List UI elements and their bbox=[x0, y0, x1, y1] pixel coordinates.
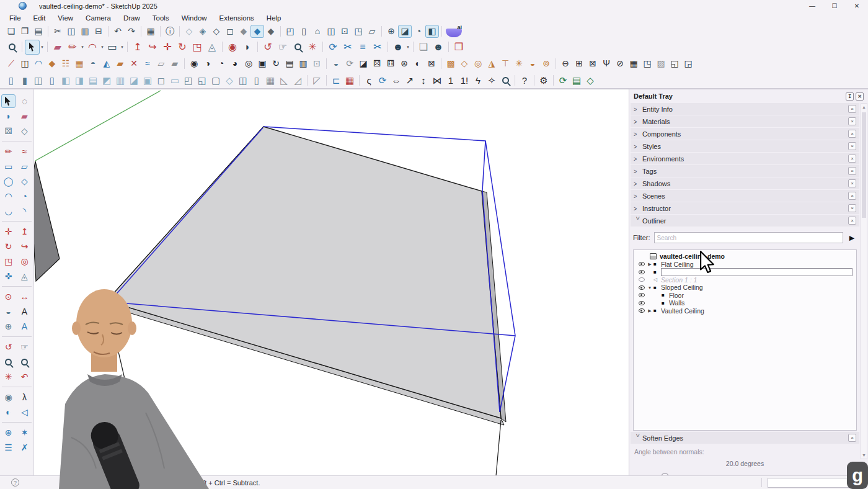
tray-section-outliner[interactable]: >Outliner× bbox=[631, 215, 859, 227]
extension-checker-corner[interactable]: ◪ bbox=[356, 57, 370, 70]
tool-lasso[interactable]: ς bbox=[362, 74, 376, 87]
section-close-icon[interactable]: × bbox=[848, 434, 856, 442]
extension-sail[interactable]: ◮ bbox=[485, 57, 498, 70]
section-cuts[interactable]: ◪ bbox=[398, 25, 412, 38]
account[interactable]: ☻ bbox=[391, 40, 405, 55]
tool-blue-bracket[interactable]: ⊏ bbox=[329, 74, 343, 87]
section-close-icon[interactable]: × bbox=[848, 130, 856, 138]
zoom-tool[interactable] bbox=[290, 40, 305, 55]
tool-arrows-horizontal[interactable]: ⇔ bbox=[389, 74, 403, 87]
tool-sync[interactable]: ⟳ bbox=[376, 74, 389, 87]
freehand-tool[interactable]: ≈ bbox=[17, 145, 32, 158]
zoom-window-tool[interactable] bbox=[17, 355, 32, 369]
solid-outer-shell[interactable]: ✂ bbox=[340, 40, 355, 55]
solid-trim[interactable]: ✂ bbox=[370, 40, 385, 55]
menu-help[interactable]: Help bbox=[260, 12, 288, 24]
paste[interactable]: ▥ bbox=[78, 25, 92, 38]
lasso-tool[interactable]: ◌ bbox=[17, 94, 32, 108]
extension-checker-ball[interactable]: ⊛ bbox=[397, 57, 411, 70]
move-tool[interactable]: ✛ bbox=[1, 225, 16, 238]
3d-text-tool[interactable]: A bbox=[17, 320, 32, 333]
style-shaded[interactable]: ◆ bbox=[237, 25, 250, 38]
extension-leaf[interactable]: ⊘ bbox=[613, 57, 627, 70]
tray-section-tags[interactable]: >Tags× bbox=[631, 165, 859, 177]
zoom-extents-tool[interactable]: ✳ bbox=[1, 370, 16, 384]
rectangle-tool[interactable]: ▭ bbox=[105, 40, 120, 55]
component-door-5[interactable]: ◧ bbox=[59, 74, 73, 87]
component-window-6[interactable]: ◻ bbox=[154, 74, 168, 87]
polygon-tool[interactable]: ◇ bbox=[17, 174, 32, 188]
scroll-down-icon[interactable]: ▼ bbox=[861, 452, 867, 459]
chevron-down-icon[interactable]: ▾ bbox=[120, 45, 125, 50]
tool-arrow-diagonal[interactable]: ↗ bbox=[403, 74, 417, 87]
extension-tool-3[interactable]: ☰ bbox=[1, 441, 16, 454]
notes-green[interactable]: ▤ bbox=[570, 74, 583, 87]
two-point-arc-tool[interactable]: ◡ bbox=[1, 204, 16, 218]
tray-pin-icon[interactable]: ↧ bbox=[846, 92, 854, 101]
section-close-icon[interactable]: × bbox=[848, 167, 856, 175]
section-close-icon[interactable]: × bbox=[848, 192, 856, 200]
tray-section-entity-info[interactable]: >Entity Info× bbox=[631, 103, 859, 115]
view-top[interactable]: ▯ bbox=[297, 25, 311, 38]
component-window-4[interactable]: ◪ bbox=[127, 74, 141, 87]
extension-flag-b[interactable]: ▰ bbox=[168, 57, 182, 70]
undo[interactable]: ↶ bbox=[111, 25, 125, 38]
extension-palette[interactable]: ◑ bbox=[201, 57, 215, 70]
menu-file[interactable]: File bbox=[3, 12, 27, 24]
extension-cube-hand[interactable]: ⊠ bbox=[425, 57, 438, 70]
minimize-button[interactable]: — bbox=[801, 0, 823, 12]
tree-row[interactable]: ▼■Sloped Ceiling bbox=[635, 284, 855, 292]
collapse-arrow-icon[interactable]: ▼ bbox=[646, 285, 653, 290]
section-close-icon[interactable]: × bbox=[848, 105, 856, 113]
extension-sun[interactable]: ✳ bbox=[512, 57, 526, 70]
tree-row[interactable]: ▶■Vaulted Ceiling bbox=[635, 307, 855, 315]
extension-half-ball[interactable]: ◐ bbox=[411, 57, 425, 70]
extension-dice-a[interactable]: ⚄ bbox=[370, 57, 384, 70]
zoom-tool[interactable] bbox=[1, 355, 16, 369]
print[interactable]: ▦ bbox=[144, 25, 157, 38]
tray-section-soften-edges[interactable]: >Soften Edges× bbox=[631, 432, 859, 444]
menu-edit[interactable]: Edit bbox=[27, 12, 52, 24]
eye-visible-icon[interactable] bbox=[639, 285, 645, 290]
circle-tool[interactable]: ◯ bbox=[1, 174, 16, 188]
eye-visible-icon[interactable] bbox=[639, 301, 645, 305]
chevron-down-icon[interactable]: ▾ bbox=[80, 45, 85, 50]
settings-gear[interactable]: ⚙ bbox=[537, 74, 551, 87]
chevron-down-icon[interactable]: ▾ bbox=[40, 45, 45, 50]
eye-visible-icon[interactable] bbox=[639, 308, 645, 313]
view-front[interactable]: ⌂ bbox=[311, 25, 324, 38]
redo[interactable]: ↷ bbox=[125, 25, 138, 38]
scroll-up-icon[interactable]: ▲ bbox=[861, 104, 867, 110]
tag-green[interactable]: ◇ bbox=[583, 74, 597, 87]
view-back[interactable]: ⊡ bbox=[338, 25, 352, 38]
paint-bucket-tool[interactable]: ◗ bbox=[240, 40, 255, 55]
component-shutter[interactable]: ◫ bbox=[236, 74, 250, 87]
view-left[interactable]: ◳ bbox=[352, 25, 365, 38]
walk-tool[interactable]: λ bbox=[17, 390, 32, 404]
style-monochrome[interactable]: ◆ bbox=[264, 25, 278, 38]
extension-dice-b[interactable]: ⚅ bbox=[384, 57, 397, 70]
component-door-6[interactable]: ◨ bbox=[73, 74, 86, 87]
extension-tv[interactable]: ▦ bbox=[73, 57, 86, 70]
select-tool[interactable] bbox=[25, 40, 40, 55]
section-plane[interactable]: ⊕ bbox=[384, 25, 398, 38]
rotated-rectangle-tool[interactable]: ▱ bbox=[17, 159, 32, 173]
geolocation-icon[interactable]: ? bbox=[11, 478, 19, 487]
style-shaded-with-textures[interactable]: ◆ bbox=[250, 25, 264, 38]
push-pull-tool[interactable]: ↥ bbox=[130, 40, 145, 55]
component-panel-door[interactable]: ▯ bbox=[250, 74, 264, 87]
tool-sparkle[interactable]: ✧ bbox=[485, 74, 498, 87]
menu-extensions[interactable]: Extensions bbox=[213, 12, 260, 24]
axes-origin-tool[interactable]: ⊕ bbox=[1, 320, 16, 333]
side-wall-face[interactable] bbox=[34, 161, 60, 281]
section-plane-tool[interactable]: ◁ bbox=[17, 405, 32, 419]
section-close-icon[interactable]: × bbox=[848, 142, 856, 150]
section-close-icon[interactable]: × bbox=[848, 117, 856, 125]
extension-teapot-a[interactable]: ◔ bbox=[215, 57, 228, 70]
extension-ring[interactable]: ◎ bbox=[471, 57, 485, 70]
tape-measure-tool[interactable]: ⊙ bbox=[1, 290, 16, 303]
measurements-box[interactable] bbox=[768, 478, 851, 488]
delete[interactable]: ⊟ bbox=[92, 25, 105, 38]
component-wedge[interactable]: ◸ bbox=[310, 74, 324, 87]
tag-tool[interactable]: ◇ bbox=[17, 124, 32, 138]
